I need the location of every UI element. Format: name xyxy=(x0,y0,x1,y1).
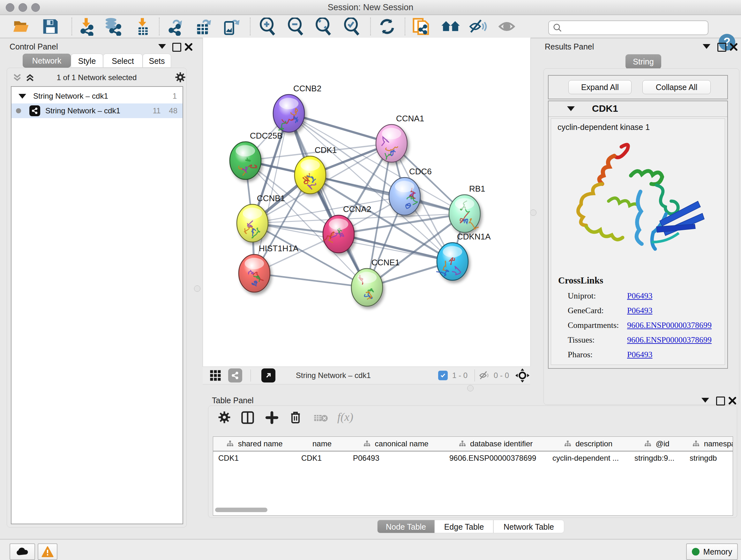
network-edge-count: 48 xyxy=(169,106,178,115)
search-input[interactable] xyxy=(565,23,708,33)
column-header-canonical-name[interactable]: canonical name xyxy=(348,437,445,451)
zoom-selected-button[interactable] xyxy=(340,17,363,36)
collapse-all-button[interactable]: Collapse All xyxy=(643,80,711,94)
show-all-button[interactable] xyxy=(495,17,518,36)
tab-edge-table[interactable]: Edge Table xyxy=(434,520,493,533)
tab-node-table[interactable]: Node Table xyxy=(377,520,434,533)
window-title: Session: New Session xyxy=(0,3,741,12)
control-panel: Control Panel NetworkStyleSelectSets 1 o… xyxy=(4,38,189,531)
tab-network[interactable]: Network xyxy=(23,54,71,68)
table-panel-menu-icon[interactable] xyxy=(701,398,709,404)
hide-selected-button[interactable] xyxy=(467,17,489,36)
apply-layout-button[interactable] xyxy=(376,17,398,36)
crosslink-row: Uniprot:P06493 xyxy=(568,289,721,303)
expand-all-button[interactable]: Expand All xyxy=(568,80,631,94)
table-cell[interactable]: P06493 xyxy=(348,451,444,465)
tab-style[interactable]: Style xyxy=(71,54,103,68)
refresh-icon xyxy=(379,18,396,35)
table-panel-close-icon[interactable] xyxy=(728,396,737,406)
node-table: shared namename canonical name database … xyxy=(213,436,733,516)
column-header-label: name xyxy=(313,439,332,448)
add-column-icon[interactable] xyxy=(265,411,279,426)
node-highlight xyxy=(443,246,462,257)
warning-button[interactable] xyxy=(38,543,57,560)
export-table-button[interactable] xyxy=(192,17,214,36)
crosslink-value-link[interactable]: P06493 xyxy=(627,350,652,360)
node-label: RB1 xyxy=(469,184,485,193)
export-image-button[interactable] xyxy=(220,17,242,36)
node-highlight xyxy=(329,219,348,230)
import-network-from-database-button[interactable] xyxy=(102,17,125,36)
netbar-separator xyxy=(251,369,251,381)
column-header-namespace[interactable]: namespace xyxy=(684,437,733,451)
crosslink-value-link[interactable]: 9606.ENSP00000378699 xyxy=(627,320,712,330)
first-neighbors-button[interactable] xyxy=(440,17,462,36)
control-panel-menu-icon[interactable] xyxy=(158,44,166,50)
selected-nodes-checkbox[interactable] xyxy=(438,368,448,382)
left-splitter-handle[interactable] xyxy=(194,286,200,292)
crosslink-value-link[interactable]: 9606.ENSP00000378699 xyxy=(627,335,712,345)
show-columns-icon[interactable] xyxy=(241,411,254,426)
gene-header-row[interactable]: CDK1 xyxy=(549,101,727,117)
network-tab-panel: 1 of 1 Network selected String Network –… xyxy=(7,68,187,527)
crosslink-value-link[interactable]: P06493 xyxy=(627,306,652,315)
table-cell[interactable]: stringdb xyxy=(684,451,733,465)
network-tree: String Network – cdk1 1 String Network –… xyxy=(11,86,183,524)
delete-column-icon[interactable] xyxy=(289,410,302,426)
column-header-label: database identifier xyxy=(470,439,533,448)
results-panel-close-icon[interactable] xyxy=(730,43,738,52)
column-header-name[interactable]: name xyxy=(296,437,348,451)
table-cell[interactable]: CDK1 xyxy=(296,451,348,465)
clone-network-button[interactable] xyxy=(410,17,432,36)
table-cell[interactable]: 9606.ENSP00000378699 xyxy=(444,451,547,465)
selected-counter: 1 - 0 xyxy=(452,368,468,382)
birds-eye-view-button[interactable] xyxy=(210,368,221,382)
network-collection-row[interactable]: String Network – cdk1 1 xyxy=(11,89,183,104)
table-settings-gear-icon[interactable] xyxy=(218,411,231,425)
network-view-canvas[interactable]: CCNB2CCNA1CDC25BCDK1CDC6RB1CCNB1CCNA2CDK… xyxy=(203,38,531,367)
column-header-database-identifier[interactable]: database identifier xyxy=(444,437,548,451)
results-panel-float-icon[interactable] xyxy=(718,43,726,53)
tab-sets[interactable]: Sets xyxy=(143,54,171,68)
network-row-selected[interactable]: String Network – cdk1 11 48 xyxy=(11,104,183,118)
bottom-splitter-handle[interactable] xyxy=(467,385,474,391)
results-tab-string[interactable]: String xyxy=(625,54,661,69)
crosslink-label: Pharos: xyxy=(568,350,627,360)
table-cell[interactable]: cyclin-dependent ... xyxy=(547,451,629,465)
pan-mode-button[interactable] xyxy=(515,368,529,382)
table-cell[interactable]: stringdb:9... xyxy=(629,451,684,465)
table-cell[interactable]: CDK1 xyxy=(213,451,296,465)
first-neighbors-icon xyxy=(441,18,461,35)
column-header--id[interactable]: @id xyxy=(629,437,685,451)
export-network-button[interactable] xyxy=(165,17,187,36)
string-panel-toggle-button[interactable] xyxy=(228,368,242,382)
table-horizontal-scrollbar[interactable] xyxy=(215,508,267,512)
crosslinks-list: Uniprot:P06493GeneCard:P06493Compartment… xyxy=(568,289,721,362)
import-network-button[interactable] xyxy=(75,17,97,36)
cloud-button[interactable] xyxy=(10,543,35,560)
open-session-button[interactable] xyxy=(10,17,33,36)
collection-expand-icon[interactable] xyxy=(18,94,26,99)
goto-network-button[interactable] xyxy=(261,368,275,382)
crosslink-value-link[interactable]: P06493 xyxy=(627,291,652,301)
save-session-button[interactable] xyxy=(39,17,62,36)
node-highlight xyxy=(300,160,320,171)
column-header-description[interactable]: description xyxy=(547,437,630,451)
tab-select[interactable]: Select xyxy=(103,54,143,68)
results-panel-menu-icon[interactable] xyxy=(703,44,711,50)
node-label: CCNB2 xyxy=(293,84,321,93)
node-label: HIST1H1A xyxy=(259,244,299,253)
hidden-items-icon[interactable] xyxy=(479,368,490,382)
network-options-gear-icon[interactable] xyxy=(175,72,186,84)
zoom-in-button[interactable] xyxy=(256,17,279,36)
column-header-shared-name[interactable]: shared name xyxy=(213,437,296,451)
right-splitter-handle[interactable] xyxy=(530,209,536,216)
import-table-button[interactable] xyxy=(131,17,153,36)
tab-network-table[interactable]: Network Table xyxy=(493,520,564,533)
toolbar-separator xyxy=(71,17,72,36)
zoom-out-button[interactable] xyxy=(284,17,307,36)
zoom-fit-button[interactable] xyxy=(312,17,334,36)
control-panel-float-icon[interactable] xyxy=(172,43,181,53)
control-panel-close-icon[interactable] xyxy=(185,43,193,52)
memory-button[interactable]: Memory xyxy=(686,543,738,560)
